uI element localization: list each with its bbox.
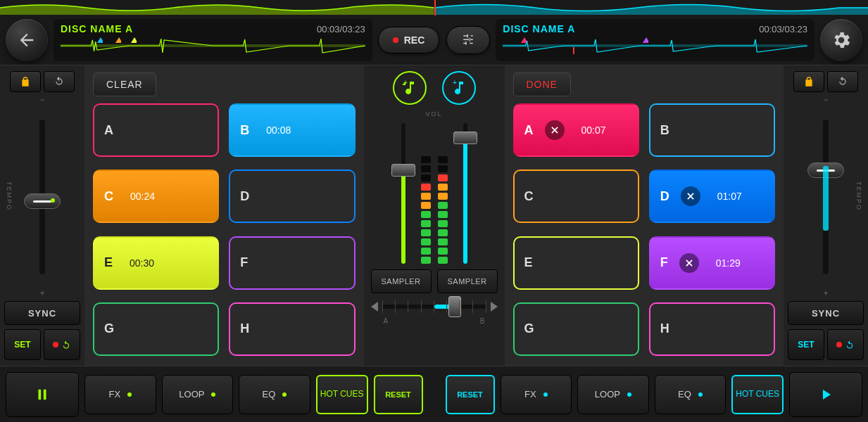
deck-a-fx-tab[interactable]: FX: [84, 375, 156, 414]
cue-f-deck-b[interactable]: F01:29: [649, 236, 775, 290]
deck-a-volume-fader[interactable]: [393, 123, 414, 264]
chevron-left-icon: [371, 302, 378, 312]
cue-e-deck-b[interactable]: E: [513, 236, 639, 290]
deck-a-reset-button[interactable]: RESET: [374, 375, 423, 414]
deck-b-done-button[interactable]: DONE: [513, 72, 571, 96]
cue-time: 00:30: [130, 257, 154, 269]
deck-a-sync-button[interactable]: SYNC: [4, 301, 80, 325]
cue-time: 01:29: [716, 257, 741, 269]
add-track-b-button[interactable]: +: [442, 71, 476, 105]
deck-a-play-pause-button[interactable]: [6, 372, 79, 417]
deck-b-title: DISC NAME A: [503, 23, 575, 34]
deck-a-reset-tempo-button[interactable]: [44, 71, 75, 92]
deck-a-tempo-thumb[interactable]: [24, 193, 61, 209]
svg-marker-2: [115, 37, 121, 43]
cue-c-deck-b[interactable]: C: [513, 170, 639, 223]
deck-b-eq-tab[interactable]: EQ: [655, 375, 727, 414]
add-track-a-button[interactable]: +: [393, 71, 427, 105]
cue-e-deck-a[interactable]: E00:30: [93, 236, 219, 290]
cue-label: A: [524, 123, 534, 138]
cue-label: A: [104, 123, 113, 138]
svg-marker-3: [131, 37, 137, 43]
cue-c-deck-a[interactable]: C00:24: [93, 170, 219, 223]
deck-b-reset-button[interactable]: RESET: [446, 375, 495, 414]
deck-b-cue-panel: DONE A00:07BCD01:07EF01:29GH: [505, 65, 784, 366]
deck-b-side-panel: TEMPO − + SYNC SET: [784, 65, 868, 366]
back-button[interactable]: [6, 19, 48, 61]
overview-waveform[interactable]: [0, 0, 868, 15]
deck-a-side-panel: TEMPO − + SYNC SET: [0, 65, 84, 366]
deck-a-set-button[interactable]: SET: [4, 329, 41, 360]
cue-delete-icon[interactable]: [545, 120, 565, 140]
deck-b-volume-fader[interactable]: [455, 123, 476, 264]
cue-label: C: [524, 189, 534, 204]
cue-label: G: [524, 321, 534, 336]
tempo-center-dot-icon: [51, 198, 55, 203]
cue-label: E: [524, 255, 533, 270]
deck-b-lock-button[interactable]: [793, 71, 824, 92]
deck-a-vol-thumb[interactable]: [391, 164, 415, 177]
cue-a-deck-a[interactable]: A: [93, 103, 219, 157]
cue-label: B: [660, 123, 669, 138]
deck-a-tempo-slider[interactable]: [39, 120, 45, 274]
deck-a-eq-tab[interactable]: EQ: [239, 375, 310, 414]
cue-g-deck-b[interactable]: G: [513, 302, 639, 356]
deck-b-loop-tab[interactable]: LOOP: [577, 375, 649, 414]
tempo-label: TEMPO: [855, 181, 862, 211]
cue-g-deck-a[interactable]: G: [93, 302, 219, 356]
deck-a-lock-button[interactable]: [10, 71, 41, 92]
cue-a-deck-b[interactable]: A00:07: [513, 103, 639, 157]
cue-label: D: [240, 189, 249, 204]
mixer-settings-button[interactable]: [446, 26, 490, 54]
cue-delete-icon[interactable]: [681, 186, 700, 206]
cue-b-deck-b[interactable]: B: [649, 103, 775, 157]
deck-b-hotcues-tab[interactable]: HOT CUES: [731, 375, 784, 414]
tempo-label: TEMPO: [6, 181, 13, 211]
deck-a-cue-jump-button[interactable]: [44, 329, 80, 360]
sampler-b-button[interactable]: SAMPLER: [437, 269, 498, 293]
chevron-right-icon: [491, 302, 498, 312]
deck-b-sync-button[interactable]: SYNC: [788, 301, 864, 325]
cue-delete-icon[interactable]: [679, 253, 699, 273]
deck-a-cue-panel: CLEAR AB00:08C00:24DE00:30FGH: [84, 65, 364, 366]
vol-label: VOL: [425, 110, 442, 117]
deck-b-reset-tempo-button[interactable]: [827, 71, 858, 92]
deck-b-tempo-slider[interactable]: [823, 120, 829, 274]
cue-h-deck-a[interactable]: H: [229, 302, 355, 356]
deck-a-header[interactable]: DISC NAME A 00:03/03:23: [54, 19, 372, 61]
sampler-a-button[interactable]: SAMPLER: [371, 269, 432, 293]
cue-label: E: [104, 255, 113, 270]
cue-label: D: [660, 189, 669, 204]
svg-marker-10: [491, 302, 498, 312]
deck-b-fx-tab[interactable]: FX: [501, 375, 572, 414]
cue-b-deck-a[interactable]: B00:08: [229, 103, 355, 157]
deck-b-header[interactable]: DISC NAME A 00:03/03:23: [496, 19, 814, 61]
record-button[interactable]: REC: [378, 27, 440, 53]
cue-label: H: [660, 321, 669, 336]
deck-b-set-button[interactable]: SET: [788, 329, 824, 360]
cue-label: F: [240, 255, 248, 270]
cue-f-deck-a[interactable]: F: [229, 236, 355, 290]
cue-d-deck-b[interactable]: D01:07: [649, 170, 775, 223]
deck-a-hotcues-tab[interactable]: HOT CUES: [316, 375, 368, 414]
settings-button[interactable]: [820, 19, 862, 61]
deck-b-cue-jump-button[interactable]: [827, 329, 864, 360]
deck-b-waveform[interactable]: [503, 37, 807, 54]
deck-a-loop-tab[interactable]: LOOP: [162, 375, 234, 414]
cue-h-deck-b[interactable]: H: [649, 302, 775, 356]
svg-text:+: +: [453, 79, 457, 87]
cue-dot-icon: [53, 342, 58, 347]
cue-d-deck-a[interactable]: D: [229, 170, 355, 223]
mixer-panel: + + VOL SAMPLER SAMPLER: [364, 65, 505, 366]
deck-a-meter: [421, 123, 431, 264]
crossfader[interactable]: [382, 305, 486, 309]
deck-a-clear-button[interactable]: CLEAR: [93, 72, 156, 96]
deck-b-play-pause-button[interactable]: [789, 372, 862, 417]
cue-time: 00:07: [581, 124, 606, 136]
svg-marker-1: [97, 37, 103, 43]
deck-b-time: 00:03/03:23: [759, 24, 807, 34]
deck-b-vol-thumb[interactable]: [453, 132, 477, 144]
deck-a-waveform[interactable]: [61, 37, 365, 54]
cue-label: H: [240, 321, 249, 336]
cue-label: G: [104, 321, 114, 336]
